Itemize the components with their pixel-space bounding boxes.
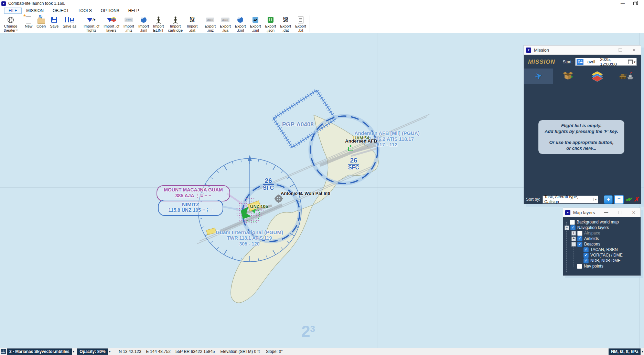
toolbar-export-json-button[interactable]: { } Export.json bbox=[263, 14, 278, 33]
google-earth-icon bbox=[141, 15, 147, 24]
accept-all-button[interactable]: ✔✔ bbox=[625, 196, 632, 203]
tab-flights[interactable]: ✈ bbox=[524, 69, 553, 84]
toolbar-new-button[interactable]: * New bbox=[23, 14, 34, 33]
package-box-icon bbox=[563, 71, 573, 82]
airspace-area-label: PGP-A0408 bbox=[282, 121, 314, 128]
ns430-icon: NS430 bbox=[283, 15, 288, 24]
combatflite-logo-icon: ▼ bbox=[526, 48, 531, 53]
chevron-down-icon[interactable]: ▾ bbox=[109, 350, 111, 353]
toolbar-save-as-button[interactable]: Save as bbox=[61, 14, 78, 33]
collapse-icon[interactable] bbox=[571, 242, 576, 247]
guam-ring-altitude-label: 26 SFC bbox=[259, 177, 277, 191]
mgrs-grid-zone-label: 23 bbox=[301, 322, 315, 341]
sort-by-select[interactable]: Task, Aircraft type, Callsign ▾ bbox=[543, 196, 598, 203]
date-day-segment[interactable]: 04 bbox=[577, 59, 583, 65]
toolbar-open-button[interactable]: ↻ Open bbox=[34, 14, 48, 33]
collapse-icon[interactable] bbox=[565, 226, 569, 230]
opacity-selector[interactable]: Opacity: 80% bbox=[77, 348, 108, 355]
toolbar-separator bbox=[310, 15, 310, 32]
toolbar-export-xml-button[interactable]: Export.xml bbox=[248, 14, 263, 33]
remove-flight-button[interactable]: − bbox=[614, 195, 624, 204]
toolbar-export-dat-button[interactable]: NS430 Export.dat bbox=[278, 14, 293, 33]
menu-file[interactable]: FILE bbox=[4, 8, 22, 14]
antenna-icon bbox=[173, 15, 178, 24]
checkbox-ndb[interactable] bbox=[583, 258, 589, 263]
toolbar-export-txt-button[interactable]: Export.txt bbox=[293, 14, 308, 33]
mission-sort-row: Sort by: Task, Aircraft type, Callsign ▾… bbox=[524, 193, 641, 206]
tab-packages[interactable] bbox=[553, 69, 582, 84]
map-layer-selector[interactable]: 2 - Marianas Skyvector.mbtiles bbox=[7, 348, 72, 355]
mission-minimize-button[interactable]: — bbox=[600, 46, 613, 54]
layers-icon bbox=[593, 71, 601, 82]
maximize-icon bbox=[619, 48, 622, 52]
save-icon bbox=[51, 15, 57, 24]
menu-help[interactable]: HELP bbox=[124, 8, 143, 14]
mission-maximize-button[interactable] bbox=[613, 46, 627, 54]
date-time-segment[interactable]: 2025, 12:00:00 bbox=[599, 57, 628, 67]
map-layers-panel-titlebar[interactable]: ▼ Map layers — ✕ bbox=[563, 208, 641, 217]
vor-dotted-disc bbox=[236, 198, 264, 225]
start-label: Start: bbox=[563, 60, 573, 64]
toolbar-import-kml-button[interactable]: Import.kml bbox=[136, 14, 151, 33]
tab-layers[interactable] bbox=[582, 69, 612, 84]
checkbox-airspace[interactable] bbox=[577, 231, 582, 236]
toolbar-export-miz-button[interactable]: acs Export.miz bbox=[203, 14, 218, 33]
checkbox-tacan-rsbn[interactable] bbox=[583, 247, 589, 252]
antenna-icon bbox=[156, 15, 161, 24]
toolbar-export-kml-button[interactable]: Export.kml bbox=[233, 14, 248, 33]
menu-mission[interactable]: MISSION bbox=[22, 8, 48, 14]
cf-layers-icon bbox=[107, 15, 116, 24]
date-month-segment[interactable]: avril bbox=[586, 59, 596, 65]
checkbox-nav-points[interactable] bbox=[577, 264, 582, 269]
mission-panel-titlebar[interactable]: ▼ Mission — ✕ bbox=[524, 45, 641, 55]
expand-icon[interactable] bbox=[571, 231, 576, 236]
flight-list-empty-message[interactable]: Flight list is empty. Add flights by pre… bbox=[538, 120, 625, 154]
checkbox-airfields[interactable] bbox=[577, 236, 582, 241]
cf-flights-icon: ✈ bbox=[87, 15, 96, 24]
chevron-down-icon[interactable]: ▾ bbox=[634, 60, 635, 64]
toolbar-change-theater-button[interactable]: Change theater▾ bbox=[2, 14, 20, 33]
minimize-button[interactable]: — bbox=[616, 0, 629, 7]
nimitz-beacon-box: NIMITZ 115.8 UNZ 105 ≡⋮ · bbox=[158, 200, 223, 216]
mission-start-datetime-field[interactable]: 04 avril 2025, 12:00:00 ▾ bbox=[575, 58, 637, 66]
delete-all-button[interactable]: ✗ bbox=[634, 196, 639, 203]
expand-icon[interactable] bbox=[571, 237, 576, 241]
layer-row-nav-points: Nav points bbox=[563, 263, 641, 269]
ns430-icon: NS430 bbox=[190, 15, 195, 24]
andersen-afb-name-label: Andersen AFB bbox=[345, 138, 377, 144]
layer-row-ndb: NDB, NDB-DME bbox=[563, 258, 641, 263]
toolbar-import-cartridge-button[interactable]: Importcartridge bbox=[166, 14, 185, 33]
checkbox-vortac-dme[interactable] bbox=[583, 253, 589, 258]
map-layers-close-button[interactable]: ✕ bbox=[627, 208, 641, 217]
mission-brand-label: MISSION bbox=[528, 59, 555, 65]
toolbar-import-cf-flights-button[interactable]: ✈ Import .cfflights bbox=[82, 14, 101, 33]
checkbox-background-world-map[interactable] bbox=[570, 220, 575, 225]
chevron-down-icon[interactable]: ▾ bbox=[73, 350, 75, 353]
toolbar-import-cf-layers-button[interactable]: Import .cflayers bbox=[101, 14, 121, 33]
elevation-readout: Elevation (SRTM) 0 ft bbox=[221, 349, 260, 354]
toolbar-save-button[interactable]: Save bbox=[48, 14, 61, 33]
menu-tools[interactable]: TOOLS bbox=[73, 8, 96, 14]
layer-row-beacons: Beacons bbox=[563, 241, 641, 247]
toolbar-export-lua-button[interactable]: acs Export.lua bbox=[218, 14, 233, 33]
txt-file-icon bbox=[298, 15, 303, 24]
chevron-down-icon[interactable]: ▾ bbox=[642, 350, 643, 353]
menu-object[interactable]: OBJECT bbox=[48, 8, 73, 14]
add-flight-button[interactable]: + bbox=[604, 195, 613, 204]
map-layers-minimize-button[interactable]: — bbox=[599, 208, 613, 217]
units-selector[interactable]: NM, kt, ft, hPa bbox=[609, 348, 641, 355]
restore-button[interactable] bbox=[629, 0, 641, 7]
combatflite-logo-icon: ▼ bbox=[1, 1, 6, 6]
mission-close-button[interactable]: ✕ bbox=[627, 46, 641, 54]
toolbar-import-elint-button[interactable]: ImportELINT bbox=[151, 14, 166, 33]
flight-list-area: Flight list is empty. Add flights by pre… bbox=[524, 84, 641, 193]
toolbar-import-dat-button[interactable]: NS430 Import.dat bbox=[185, 14, 200, 33]
menu-options[interactable]: OPTIONS bbox=[96, 8, 124, 14]
tab-units[interactable] bbox=[612, 69, 641, 84]
calendar-icon[interactable] bbox=[628, 60, 633, 64]
dcs-icon: acs bbox=[206, 15, 214, 24]
chevron-down-icon: ▾ bbox=[16, 28, 18, 32]
map-layers-maximize-button[interactable] bbox=[613, 208, 627, 217]
toolbar-import-miz-button[interactable]: acs Import.miz bbox=[121, 14, 136, 33]
layer-row-tacan-rsbn: TACAN, RSBN bbox=[563, 247, 641, 252]
